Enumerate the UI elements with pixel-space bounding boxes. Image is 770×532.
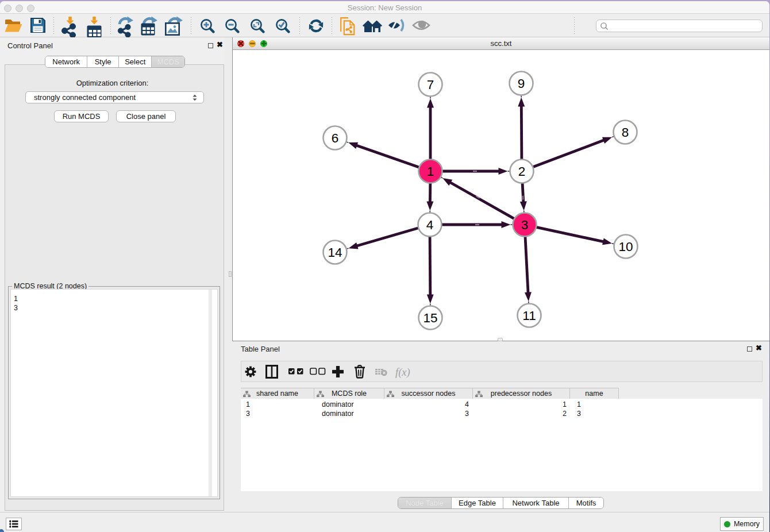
- svg-text:3: 3: [521, 218, 529, 232]
- svg-text:11: 11: [522, 309, 536, 323]
- svg-text:15: 15: [423, 311, 437, 325]
- svg-text:14: 14: [328, 245, 342, 260]
- svg-text:9: 9: [518, 76, 525, 91]
- svg-text:6: 6: [332, 131, 339, 145]
- svg-text:8: 8: [622, 125, 629, 140]
- svg-text:10: 10: [618, 240, 633, 254]
- svg-text:1: 1: [427, 164, 434, 179]
- svg-text:f(x): f(x): [395, 367, 410, 379]
- svg-text:2: 2: [518, 164, 526, 179]
- svg-text:4: 4: [426, 218, 434, 232]
- svg-text:7: 7: [427, 78, 434, 92]
